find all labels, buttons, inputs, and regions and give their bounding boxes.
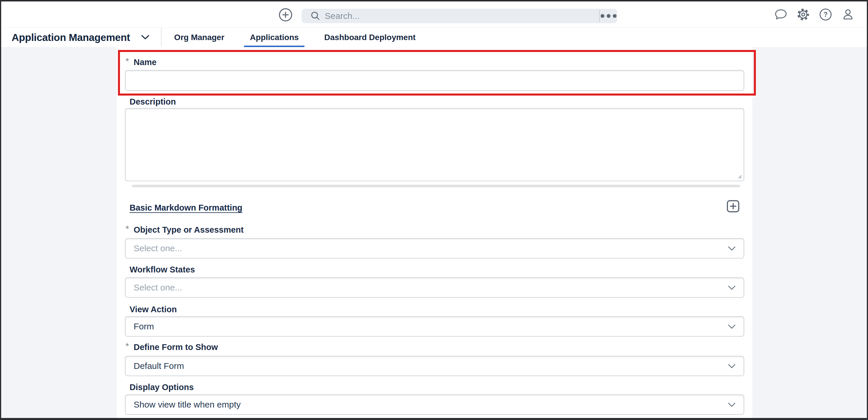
description-textarea[interactable] xyxy=(125,109,744,181)
search-input[interactable] xyxy=(321,11,599,21)
markdown-formatting-link[interactable]: Basic Markdown Formatting xyxy=(130,203,242,213)
plus-icon xyxy=(730,203,736,209)
chat-bubble-icon xyxy=(774,8,787,21)
chevron-down-icon xyxy=(728,402,736,407)
tab-applications[interactable]: Applications xyxy=(237,28,311,47)
app-window: ? Application Management xyxy=(0,0,868,420)
tab-dashboard-deployment[interactable]: Dashboard Deployment xyxy=(311,28,428,47)
chevron-down-icon xyxy=(728,286,736,290)
gear-icon xyxy=(797,8,810,21)
page-title: Application Management xyxy=(11,32,130,43)
required-asterisk: * xyxy=(125,57,132,66)
description-label: Description xyxy=(130,97,176,106)
chevron-down-icon xyxy=(728,246,736,251)
top-bar-actions: ? xyxy=(774,1,855,28)
form-panel: * Name Description Basic M xyxy=(117,47,752,418)
user-icon xyxy=(841,8,855,21)
define-form-label-row: * Define Form to Show xyxy=(125,342,218,352)
ellipsis-icon xyxy=(600,14,617,18)
chevron-down-icon xyxy=(728,324,736,329)
account-button[interactable] xyxy=(841,8,855,21)
create-new-button[interactable] xyxy=(278,7,293,22)
help-glyph: ? xyxy=(824,11,828,18)
chevron-down-icon xyxy=(141,35,149,40)
workflow-states-label-row: Workflow States xyxy=(125,265,195,274)
display-options-value: Show view title when empty xyxy=(125,400,728,410)
messages-button[interactable] xyxy=(774,8,787,21)
display-options-label: Display Options xyxy=(130,382,194,392)
horizontal-scrollbar[interactable] xyxy=(132,185,740,187)
display-options-select[interactable]: Show view title when empty xyxy=(125,394,744,415)
name-label: Name xyxy=(134,57,157,67)
required-asterisk: * xyxy=(125,225,132,233)
chevron-down-icon xyxy=(728,364,736,368)
object-type-placeholder: Select one... xyxy=(125,244,728,253)
description-label-row: Description xyxy=(125,97,176,106)
view-action-label-row: View Action xyxy=(125,304,177,314)
workflow-states-select[interactable]: Select one... xyxy=(125,278,744,298)
display-options-label-row: Display Options xyxy=(125,382,194,392)
name-field xyxy=(125,70,744,91)
description-field xyxy=(125,108,744,181)
content-area: * Name Description Basic M xyxy=(1,47,867,418)
settings-button[interactable] xyxy=(797,8,810,21)
add-section-button[interactable] xyxy=(727,200,739,212)
define-form-label: Define Form to Show xyxy=(134,342,218,352)
object-type-select[interactable]: Select one... xyxy=(125,238,744,259)
object-type-label-row: * Object Type or Assessment xyxy=(125,225,244,235)
markdown-link-row: Basic Markdown Formatting xyxy=(130,203,242,213)
view-action-value: Form xyxy=(125,322,728,331)
top-bar: ? xyxy=(1,1,867,28)
view-action-select[interactable]: Form xyxy=(125,316,744,336)
workflow-states-placeholder: Select one... xyxy=(125,283,728,292)
question-circle-icon: ? xyxy=(819,8,832,21)
app-switcher[interactable]: Application Management xyxy=(1,32,149,43)
tab-org-manager[interactable]: Org Manager xyxy=(161,28,237,47)
define-form-select[interactable]: Default Form xyxy=(125,356,744,376)
plus-circle-icon xyxy=(278,7,293,22)
search-icon xyxy=(310,11,321,21)
define-form-value: Default Form xyxy=(125,361,728,371)
nav-row: Application Management Org Manager Appli… xyxy=(1,28,867,47)
help-button[interactable]: ? xyxy=(819,8,832,21)
resize-handle-icon[interactable] xyxy=(737,174,742,179)
global-search-bar xyxy=(302,9,617,23)
name-label-row: * Name xyxy=(125,57,157,67)
search-options-button[interactable] xyxy=(600,9,617,23)
required-asterisk: * xyxy=(125,342,132,351)
tab-bar: Org Manager Applications Dashboard Deplo… xyxy=(161,28,429,47)
view-action-label: View Action xyxy=(130,304,177,314)
object-type-label: Object Type or Assessment xyxy=(134,225,244,235)
name-input[interactable] xyxy=(125,71,744,90)
workflow-states-label: Workflow States xyxy=(130,265,195,274)
